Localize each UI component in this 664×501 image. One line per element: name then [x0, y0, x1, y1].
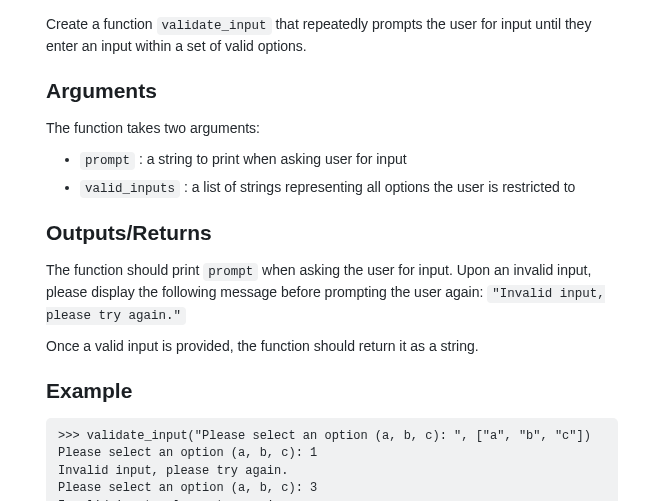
- arguments-lead: The function takes two arguments:: [46, 118, 618, 139]
- arg-validinputs-desc: : a list of strings representing all opt…: [180, 179, 575, 195]
- outputs-heading: Outputs/Returns: [46, 217, 618, 249]
- arg-prompt-code: prompt: [80, 152, 135, 170]
- list-item: valid_inputs : a list of strings represe…: [80, 177, 618, 199]
- outputs-paragraph-2: Once a valid input is provided, the func…: [46, 336, 618, 357]
- arg-prompt-desc: : a string to print when asking user for…: [135, 151, 407, 167]
- intro-text-before: Create a function: [46, 16, 157, 32]
- intro-fn-name: validate_input: [157, 17, 272, 35]
- example-code-block: >>> validate_input("Please select an opt…: [46, 418, 618, 501]
- outputs-p1-before: The function should print: [46, 262, 203, 278]
- arguments-list: prompt : a string to print when asking u…: [46, 149, 618, 199]
- arguments-heading: Arguments: [46, 75, 618, 107]
- arg-validinputs-code: valid_inputs: [80, 180, 180, 198]
- intro-paragraph: Create a function validate_input that re…: [46, 14, 618, 57]
- outputs-p1-code-prompt: prompt: [203, 263, 258, 281]
- outputs-paragraph-1: The function should print prompt when as…: [46, 260, 618, 325]
- example-heading: Example: [46, 375, 618, 407]
- list-item: prompt : a string to print when asking u…: [80, 149, 618, 171]
